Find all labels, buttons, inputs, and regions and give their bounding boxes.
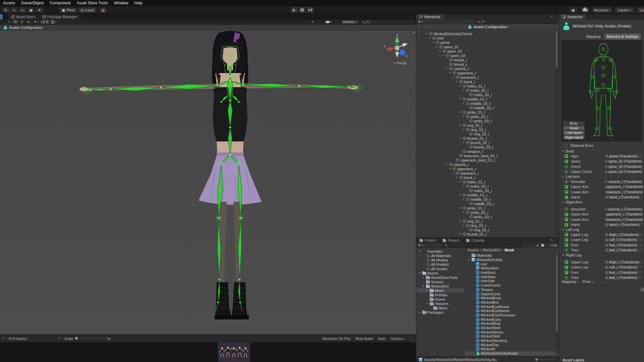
- hierarchy-item[interactable]: thumb_03_l: [416, 145, 559, 149]
- project-file-item[interactable]: WickedGirl: [465, 266, 559, 270]
- search-by-label-icon[interactable]: [541, 244, 544, 247]
- hidden-count-toggle[interactable]: ∅10: [550, 244, 557, 247]
- hidden-tab-sliver[interactable]: [0, 14, 3, 19]
- tab-project[interactable]: Console: [463, 238, 488, 243]
- foldout-icon[interactable]: ▼: [459, 194, 462, 196]
- cloud-button[interactable]: [580, 7, 590, 13]
- bone-object-field[interactable]: spine_02 (Transform): [604, 164, 643, 169]
- foldout-icon[interactable]: ▼: [442, 54, 445, 57]
- scale-slider[interactable]: Scale 1x: [62, 337, 113, 341]
- panel-menu-icon[interactable]: ⋮: [552, 238, 556, 243]
- foldout-icon[interactable]: ▼: [462, 128, 465, 131]
- foldout-icon[interactable]: ▼: [462, 211, 465, 214]
- project-file-item[interactable]: ▼ WickedGirlUnity: [465, 258, 559, 262]
- foldout-icon[interactable]: ▼: [459, 181, 462, 183]
- view-tool-button[interactable]: ↻: [2, 7, 10, 13]
- project-folder-item[interactable]: Prefabs: [416, 293, 465, 297]
- maximize-on-play-toggle[interactable]: Maximize On Play: [322, 337, 351, 341]
- project-folder-item[interactable]: Scene: [416, 297, 465, 301]
- menu-item[interactable]: Asset Store Tools: [73, 0, 111, 6]
- tab-project[interactable]: Project: [416, 238, 439, 243]
- hierarchy-item[interactable]: ▼ thumb_01_l: [416, 136, 559, 140]
- tab-project[interactable]: Project: [439, 238, 463, 243]
- orientation-gizmo[interactable]: y x z: [381, 34, 411, 62]
- hierarchy-item[interactable]: weapon_l: [416, 149, 559, 154]
- bone-object-field[interactable]: pelvis (Transform): [604, 154, 643, 159]
- revert-button[interactable]: Revert: [639, 287, 644, 292]
- hierarchy-item[interactable]: breast_r: [416, 62, 559, 66]
- project-folder-item[interactable]: All Prefabs: [416, 262, 465, 266]
- move-tool-button[interactable]: +: [10, 7, 18, 13]
- hierarchy-item[interactable]: ▼ middle_01_l: [416, 97, 559, 101]
- scene-visibility-toggle[interactable]: ∅0: [40, 20, 49, 24]
- search-by-type-icon[interactable]: ▾: [537, 244, 538, 247]
- grid-settings-dropdown[interactable]: ▾: [50, 20, 58, 23]
- foldout-icon[interactable]: ▼: [462, 89, 465, 92]
- hierarchy-item[interactable]: ▼ ring_01_l: [416, 123, 559, 127]
- hierarchy-item[interactable]: ▼ thumb_02_l: [416, 140, 559, 145]
- foldout-icon[interactable]: ▼: [462, 115, 465, 118]
- foldout-icon[interactable]: ▼: [452, 76, 455, 78]
- hierarchy-item[interactable]: ▼ index_01_r: [416, 180, 559, 184]
- foldout-icon[interactable]: ▼: [455, 80, 458, 83]
- scene-viewport[interactable]: y x z < Persp: [0, 30, 416, 334]
- hierarchy-item[interactable]: ▼ middle_02_l: [416, 101, 559, 106]
- menu-item[interactable]: Help: [131, 0, 146, 6]
- hierarchy-item[interactable]: ▼ index_02_l: [416, 88, 559, 93]
- hierarchy-item[interactable]: ▼ clavicle_l: [416, 66, 559, 71]
- project-file-item[interactable]: WickedTop: [465, 343, 559, 347]
- audio-toggle[interactable]: ◄): [25, 20, 32, 23]
- foldout-icon[interactable]: ▼: [459, 137, 462, 139]
- gizmos-dropdown[interactable]: Gizmos▾: [341, 20, 359, 24]
- bone-section-header[interactable]: ▼ Left Leg: [559, 227, 644, 232]
- hierarchy-item[interactable]: ▼ pinky_01_r: [416, 206, 559, 210]
- foldout-icon[interactable]: ▸: [426, 289, 429, 292]
- bone-object-field[interactable]: calf_r (Transform): [604, 265, 643, 269]
- foldout-icon[interactable]: ▼: [459, 98, 462, 100]
- foldout-icon[interactable]: ▼: [462, 102, 465, 105]
- snap-settings-button[interactable]: ▦: [99, 7, 107, 13]
- project-search-input[interactable]: [448, 244, 521, 247]
- hierarchy-item[interactable]: index_03_l: [416, 93, 559, 97]
- tab-asset-store[interactable]: Asset Store: [8, 14, 39, 19]
- project-file-item[interactable]: LowerGums: [465, 283, 559, 288]
- transform-tool-button[interactable]: ◉: [27, 7, 35, 13]
- foldout-icon[interactable]: ▼: [426, 302, 429, 305]
- body-part-button[interactable]: Body: [563, 121, 585, 125]
- pivot-toggle[interactable]: ▣Pivot: [59, 7, 77, 13]
- menu-item[interactable]: Window: [111, 0, 131, 6]
- display-dropdown[interactable]: ▾: [0, 337, 6, 340]
- mute-audio-toggle[interactable]: Mute Audio: [356, 337, 373, 341]
- foldout-icon[interactable]: ▼: [462, 224, 465, 227]
- project-file-item[interactable]: WickedX: [465, 347, 559, 351]
- project-file-item[interactable]: WickedGirlUnityAvatar: [465, 351, 559, 356]
- hierarchy-item[interactable]: ▼ pinky_02_r: [416, 210, 559, 215]
- bone-object-field[interactable]: spine_03 (Transform): [604, 169, 643, 174]
- foldout-icon[interactable]: ▼: [438, 50, 441, 52]
- avatar-config-tab[interactable]: Mapping: [584, 34, 603, 40]
- create-button[interactable]: +: [418, 19, 421, 24]
- unity-hub-button[interactable]: ◉: [569, 7, 578, 13]
- menu-item[interactable]: Component: [47, 0, 73, 6]
- project-file-item[interactable]: Tongue: [465, 288, 559, 292]
- hierarchy-scrollbar[interactable]: [555, 30, 558, 235]
- project-folder-item[interactable]: All Scripts: [416, 266, 465, 271]
- foldout-icon[interactable]: ▼: [468, 259, 470, 261]
- scene-search-input[interactable]: [366, 20, 412, 24]
- foldout-icon[interactable]: ▼: [459, 220, 462, 222]
- bone-object-field[interactable]: clavicle_l (Transform): [604, 179, 643, 184]
- panel-menu-icon[interactable]: ⋮: [410, 15, 413, 19]
- foldout-icon[interactable]: ▸: [418, 311, 421, 314]
- layout-dropdown[interactable]: La: [637, 7, 644, 13]
- project-file-item[interactable]: WickedSkirt: [465, 334, 559, 339]
- layers-dropdown[interactable]: Layers▾: [614, 7, 635, 13]
- foldout-icon[interactable]: ▼: [459, 207, 462, 209]
- hierarchy-item[interactable]: index_03_r: [416, 188, 559, 193]
- hierarchy-item[interactable]: ▼ pinky_02_l: [416, 114, 559, 119]
- project-file-item[interactable]: HairSide: [465, 279, 559, 283]
- aspect-dropdown[interactable]: 16:9 Aspect ▾: [6, 337, 62, 341]
- hierarchy-item[interactable]: ▼ thumb_01_r: [416, 232, 559, 236]
- foldout-icon[interactable]: ▼: [462, 141, 465, 144]
- foldout-icon[interactable]: ▼: [459, 111, 462, 113]
- hierarchy-item[interactable]: ▼ hand_l: [416, 79, 559, 84]
